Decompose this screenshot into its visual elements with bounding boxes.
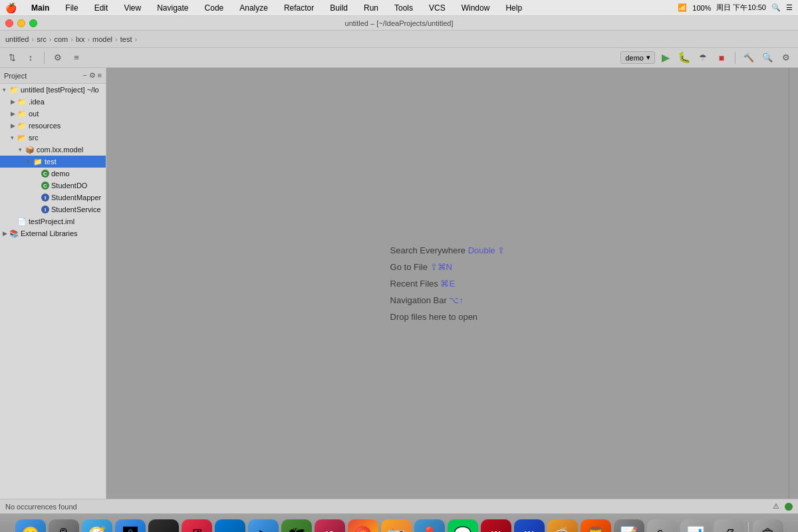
sort-desc-button[interactable]: ↕ (23, 51, 39, 65)
dock-intellij[interactable]: IJ (315, 519, 345, 533)
settings2-button[interactable]: ⚙ (778, 51, 794, 65)
dock-java[interactable]: ☕ (547, 519, 578, 533)
dock-pin-app[interactable]: 📍 (414, 519, 445, 533)
breadcrumb-item-lxx[interactable]: lxx (76, 35, 84, 43)
breadcrumb-item-test[interactable]: test (120, 35, 132, 43)
menu-file[interactable]: File (61, 2, 82, 14)
run-configuration[interactable]: demo ▾ (620, 51, 655, 64)
traffic-lights (5, 19, 37, 27)
search-everywhere-button[interactable]: 🔍 (759, 51, 775, 65)
tree-label-resources: resources (29, 122, 61, 130)
control-icon[interactable]: ☰ (786, 3, 793, 12)
tree-item-test[interactable]: ▾ 📁 test (0, 156, 106, 168)
dock-misc2[interactable]: 📊 (680, 519, 711, 533)
tree-item-out[interactable]: ▶ 📁 out (0, 108, 106, 120)
misc3-icon: 🖨 (722, 526, 736, 533)
dock-trash[interactable]: 🗑 (753, 519, 783, 533)
dock-arrow-app[interactable]: ➤ (248, 519, 279, 533)
dock-brave[interactable]: 🦁 (581, 519, 611, 533)
wifi-icon: 📶 (678, 3, 687, 12)
tree-item-project[interactable]: ▾ 📁 untitled [testProject] ~/lo (0, 84, 106, 96)
menu-main[interactable]: Main (27, 2, 53, 14)
dock-siri[interactable]: 🎙 (49, 519, 79, 533)
toolbar-separator-2 (735, 52, 735, 64)
tree-item-external-libs[interactable]: ▶ 📚 External Libraries (0, 227, 106, 239)
sidebar-gear-icon[interactable]: ⚙ (89, 71, 96, 80)
run-button[interactable]: ▶ (658, 51, 674, 65)
menu-navigate[interactable]: Navigate (153, 2, 192, 14)
maximize-button[interactable] (29, 19, 37, 27)
tree-label-src: src (29, 134, 39, 142)
dock-notes[interactable]: 📝 (614, 519, 644, 533)
menu-build[interactable]: Build (326, 2, 352, 14)
search-icon[interactable]: 🔍 (771, 3, 781, 12)
dock-appstore[interactable]: 🅰 (115, 519, 146, 533)
sidebar-collapse-icon[interactable]: − (82, 71, 86, 80)
hint-search-everywhere: Search Everywhere Double ⇧ (390, 245, 505, 255)
sidebar-more-icon[interactable]: ≡ (98, 71, 102, 80)
tree-label-test: test (45, 158, 57, 166)
menu-run[interactable]: Run (360, 2, 382, 14)
dock-wechat[interactable]: 💬 (448, 519, 478, 533)
settings-button[interactable]: ⚙ (50, 51, 66, 65)
close-button[interactable] (5, 19, 13, 27)
breadcrumb-item-untitled[interactable]: untitled (5, 35, 29, 43)
editor-area[interactable]: Search Everywhere Double ⇧ Go to File ⇧⌘… (106, 68, 789, 499)
tree-item-iml[interactable]: 📄 testProject.iml (0, 215, 106, 227)
menu-button[interactable]: ≡ (68, 51, 84, 65)
tree-item-studentdo[interactable]: C StudentDO (0, 180, 106, 192)
title-bar: untitled – [~/IdeaProjects/untitled] (0, 16, 798, 31)
tree-item-studentmapper[interactable]: I StudentMapper (0, 192, 106, 203)
dock-safari[interactable]: 🧭 (82, 519, 112, 533)
tree-label-external-libs: External Libraries (21, 229, 78, 237)
breadcrumb-bar: untitled › src › com › lxx › model › tes… (0, 31, 798, 48)
coverage-button[interactable]: ☂ (695, 51, 711, 65)
dock-idea[interactable]: 🖥 (182, 519, 212, 533)
dock-wps[interactable]: W (481, 519, 511, 533)
dock-finder[interactable]: 😊 (15, 519, 46, 533)
breadcrumb-item-model[interactable]: model (92, 35, 112, 43)
menu-code[interactable]: Code (201, 2, 228, 14)
dock-edge[interactable]: e (215, 519, 245, 533)
siri-icon: 🎙 (57, 526, 71, 533)
stop-button[interactable]: ■ (714, 51, 730, 65)
build-button[interactable]: 🔨 (741, 51, 757, 65)
hint-recent-text: Recent Files (390, 279, 441, 289)
tree-item-idea[interactable]: ▶ 📁 .idea (0, 96, 106, 108)
dock-terminal[interactable]: >_ (148, 519, 179, 533)
wechat-icon: 💬 (454, 526, 471, 533)
tree-item-resources[interactable]: ▶ 📁 resources (0, 120, 106, 132)
menu-view[interactable]: View (120, 2, 145, 14)
tree-item-demo[interactable]: C demo (0, 168, 106, 180)
dock-maps[interactable]: 🗺 (281, 519, 312, 533)
menu-tools[interactable]: Tools (390, 2, 417, 14)
menu-refactor[interactable]: Refactor (280, 2, 318, 14)
editor-hints: Search Everywhere Double ⇧ Go to File ⇧⌘… (390, 245, 505, 322)
breadcrumb-item-src[interactable]: src (37, 35, 47, 43)
dock: 😊 🎙 🧭 🅰 >_ 🖥 e ➤ 🗺 IJ ⭕ 📷 📍 💬 W W ☕ 🦁 📝 … (0, 513, 798, 532)
tree-label-idea: .idea (29, 98, 45, 106)
hint-goto-text: Go to File (390, 262, 430, 272)
dock-chrome[interactable]: ⭕ (348, 519, 378, 533)
menu-window[interactable]: Window (458, 2, 494, 14)
menu-help[interactable]: Help (501, 2, 526, 14)
apple-menu-icon[interactable]: 🍎 (5, 3, 17, 13)
dock-photos[interactable]: 📷 (381, 519, 412, 533)
dock-misc3[interactable]: 🖨 (714, 519, 744, 533)
menu-edit[interactable]: Edit (90, 2, 112, 14)
sort-asc-button[interactable]: ⇅ (4, 51, 20, 65)
appstore-icon: 🅰 (123, 526, 138, 533)
menu-vcs[interactable]: VCS (425, 2, 450, 14)
intellij-icon: IJ (326, 529, 334, 533)
debug-button[interactable]: 🐛 (676, 51, 692, 65)
menu-analyze[interactable]: Analyze (235, 2, 272, 14)
tree-item-package[interactable]: ▾ 📦 com.lxx.model (0, 144, 106, 156)
breadcrumb-item-com[interactable]: com (55, 35, 68, 43)
dock-wps2[interactable]: W (514, 519, 545, 533)
minimize-button[interactable] (17, 19, 25, 27)
misc2-icon: 📊 (686, 526, 704, 533)
notes-icon: 📝 (620, 526, 638, 533)
dock-misc1[interactable]: 🗂 (647, 519, 678, 533)
tree-item-src[interactable]: ▾ 📂 src (0, 132, 106, 144)
tree-item-studentservice[interactable]: I StudentService (0, 203, 106, 215)
